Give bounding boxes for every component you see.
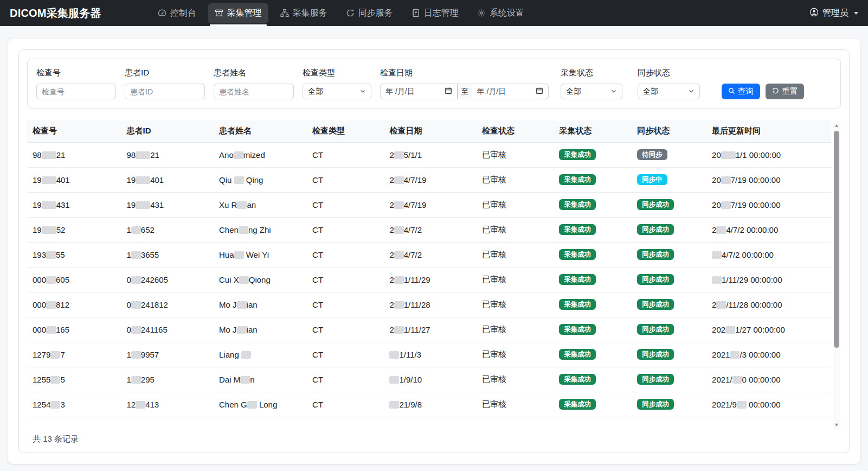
table-cell: 000165	[27, 317, 121, 342]
redacted-text	[131, 226, 141, 234]
column-header: 检查类型	[307, 120, 384, 142]
table-cell: 9821	[121, 142, 214, 167]
redacted-text	[247, 401, 257, 409]
exam-no-label: 检查号	[36, 68, 116, 78]
redacted-text	[42, 151, 56, 159]
redacted-text	[131, 351, 141, 359]
table-cell: Xu Ran	[214, 192, 307, 217]
filter-exam-date: 检查日期 年 /月/日 至 年 /月/日	[380, 68, 549, 99]
filter-collect-status: 采集状态 全部	[561, 68, 622, 99]
table-cell: 000812	[27, 292, 121, 317]
calendar-icon[interactable]	[445, 87, 452, 96]
redacted-text	[394, 226, 404, 234]
chevron-down-icon	[359, 87, 366, 96]
sync-status-badge: 同步成功	[637, 299, 674, 310]
nav-item-label: 控制台	[170, 8, 196, 19]
collect-status-badge: 采集成功	[559, 249, 596, 260]
scroll-down-arrow-icon[interactable]: ▼	[833, 421, 840, 429]
redacted-text	[716, 301, 726, 309]
nav-item-log-management[interactable]: 日志管理	[405, 3, 465, 23]
filter-patient-id: 患者ID	[125, 68, 205, 99]
nav-item-system-settings[interactable]: 系统设置	[471, 3, 531, 23]
search-icon	[728, 87, 735, 96]
collect-status-badge: 采集成功	[559, 324, 596, 335]
table-cell: 采集成功	[554, 242, 632, 267]
exam-date-start-placeholder: 年 /月/日	[385, 87, 415, 97]
collect-status-value: 全部	[566, 87, 581, 97]
table-cell: CT	[307, 242, 384, 267]
sync-status-badge: 同步成功	[637, 274, 674, 285]
person-circle-icon	[809, 8, 819, 19]
speedometer-icon	[158, 9, 166, 17]
table-cell: 已审核	[477, 292, 554, 317]
redacted-text	[394, 151, 404, 159]
redacted-text	[42, 201, 56, 209]
sync-status-select[interactable]: 全部	[638, 84, 700, 99]
redacted-text	[732, 376, 742, 384]
nav-item-collect-management[interactable]: 采集管理	[208, 3, 268, 23]
table-row: 1279719957Liang CT1/11/3已审核采集成功同步成功2021/…	[27, 342, 831, 367]
column-header: 患者ID	[121, 120, 214, 142]
record-count: 共 13 条记录	[27, 434, 841, 444]
patient-name-input[interactable]	[214, 84, 294, 99]
redacted-text	[389, 351, 399, 359]
table-cell: 19401	[121, 167, 214, 192]
table-row: 0006050242605Cui XQiongCT21/11/29已审核采集成功…	[27, 267, 831, 292]
user-menu[interactable]: 管理员	[809, 8, 858, 19]
collect-status-badge: 采集成功	[559, 174, 596, 186]
table-cell: 1/11/29 00:00:00	[706, 267, 831, 292]
table-row: 0001650241165Mo JianCT21/11/27已审核采集成功同步成…	[27, 317, 831, 342]
redacted-text	[237, 326, 247, 334]
table-cell: 采集成功	[554, 367, 632, 392]
exam-no-input[interactable]	[36, 84, 116, 99]
redacted-text	[136, 401, 145, 409]
table-cell: 采集成功	[554, 167, 632, 192]
top-navbar: DICOM采集服务器 控制台采集管理采集服务同步服务日志管理系统设置 管理员	[0, 0, 868, 26]
redacted-text	[394, 326, 404, 334]
table-cell: CT	[307, 317, 384, 342]
collect-status-select[interactable]: 全部	[561, 84, 622, 99]
table-cell: 2021/3 00:00:00	[706, 342, 831, 367]
redacted-text	[131, 326, 141, 334]
table-cell: 同步成功	[632, 217, 706, 242]
patient-id-input[interactable]	[125, 84, 205, 99]
nav-item-sync-service[interactable]: 同步服务	[339, 3, 400, 23]
table-cell: 1652	[121, 217, 214, 242]
filter-exam-no: 检查号	[36, 68, 116, 99]
redacted-text	[50, 376, 60, 384]
vertical-scrollbar[interactable]: ▲ ▼	[833, 122, 840, 429]
exam-type-select[interactable]: 全部	[303, 84, 371, 99]
calendar-icon[interactable]	[536, 87, 543, 96]
scrollbar-thumb[interactable]	[834, 131, 839, 348]
table-cell: 采集成功	[554, 342, 632, 367]
sync-status-label: 同步状态	[638, 68, 700, 78]
table-row: 1935513655Hua Wei YiCT24/7/2已审核采集成功同步成功4…	[27, 242, 831, 267]
results-table: 检查号患者ID患者姓名检查类型检查日期检查状态采集状态同步状态最后更新时间 98…	[27, 120, 831, 417]
journal-icon	[412, 9, 420, 17]
table-cell: 已审核	[477, 242, 554, 267]
table-cell: 207/19 00:00:00	[706, 167, 831, 192]
sync-status-badge: 待同步	[637, 149, 667, 161]
exam-date-start-input[interactable]: 年 /月/日	[380, 84, 458, 99]
table-cell: 采集成功	[554, 192, 632, 217]
reset-button[interactable]: 重置	[766, 84, 804, 99]
sync-status-badge: 同步成功	[637, 224, 674, 236]
exam-date-label: 检查日期	[380, 68, 549, 78]
redacted-text	[239, 226, 248, 234]
table-cell: 采集成功	[554, 267, 632, 292]
gear-icon	[477, 9, 486, 17]
scroll-up-arrow-icon[interactable]: ▲	[833, 122, 840, 129]
redacted-text	[42, 176, 56, 184]
sync-status-badge: 同步成功	[637, 374, 674, 385]
search-button[interactable]: 查询	[722, 84, 760, 99]
table-cell: 已审核	[477, 217, 554, 242]
table-cell: 21/11/29	[384, 267, 477, 292]
nav-item-console[interactable]: 控制台	[151, 3, 203, 23]
column-header: 最后更新时间	[706, 120, 831, 142]
nav-item-collect-service[interactable]: 采集服务	[274, 3, 334, 23]
table-cell: CT	[307, 342, 384, 367]
redacted-text	[46, 251, 56, 259]
table-cell: 已审核	[477, 317, 554, 342]
exam-date-end-input[interactable]: 年 /月/日	[472, 84, 549, 99]
exam-type-label: 检查类型	[303, 68, 371, 78]
